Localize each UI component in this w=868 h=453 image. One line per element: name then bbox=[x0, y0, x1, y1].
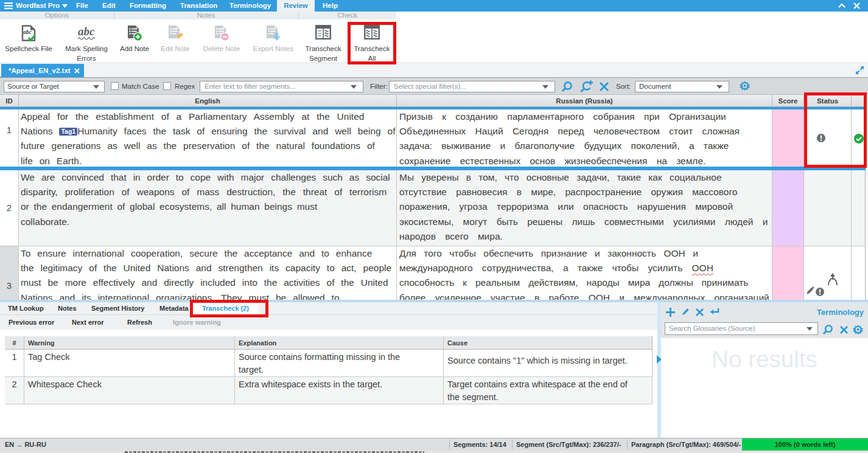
svg-text:abc: abc bbox=[78, 25, 95, 38]
svg-text:abc: abc bbox=[23, 29, 32, 35]
